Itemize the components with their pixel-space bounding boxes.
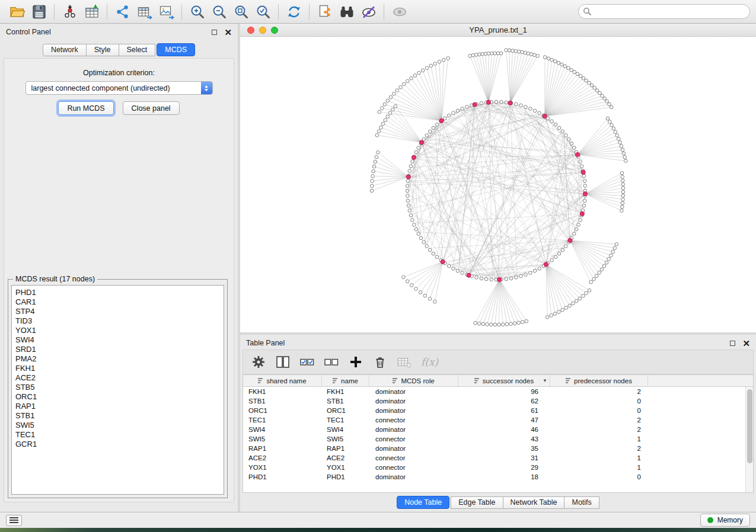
mcds-result-item[interactable]: TID3	[15, 316, 220, 326]
tab-mcds[interactable]: MCDS	[157, 43, 195, 56]
table-cell: 18	[458, 472, 550, 482]
table-scrollbar[interactable]	[745, 387, 753, 492]
table-row[interactable]: RAP1RAP1dominator352	[243, 444, 745, 453]
select-all-button[interactable]	[299, 354, 315, 370]
deselect-all-button[interactable]	[324, 354, 339, 370]
run-mcds-button[interactable]: Run MCDS	[58, 101, 113, 115]
column-header-successor-nodes[interactable]: successor nodes ▼	[458, 375, 550, 386]
hide-graphics-button[interactable]	[358, 2, 379, 22]
table-cell: SWI4	[243, 425, 322, 434]
table-cell: ORC1	[243, 406, 322, 415]
share-document-button[interactable]	[314, 2, 336, 22]
preview-button[interactable]	[388, 2, 410, 22]
open-file-button[interactable]	[6, 2, 28, 22]
table-cell: connector	[369, 463, 458, 472]
tab-node-table[interactable]: Node Table	[397, 496, 449, 509]
column-header-name[interactable]: name	[322, 375, 369, 386]
mcds-result-item[interactable]: SWI5	[15, 421, 220, 430]
table-row[interactable]: YOX1YOX1connector291	[243, 463, 745, 472]
column-sort-menu-icon[interactable]: ▼	[543, 378, 547, 383]
import-table-button[interactable]	[81, 2, 103, 22]
mcds-result-item[interactable]: ORC1	[15, 392, 220, 402]
search-input[interactable]	[578, 4, 750, 19]
export-image-button[interactable]	[155, 2, 177, 22]
zoom-selected-button[interactable]	[252, 2, 274, 22]
scrollbar-thumb[interactable]	[747, 389, 752, 463]
table-row[interactable]: ACE2ACE2connector311	[243, 453, 745, 463]
zoom-in-button[interactable]	[186, 2, 208, 22]
status-menu-button[interactable]	[6, 515, 22, 526]
export-table-button[interactable]	[133, 2, 155, 22]
table-cell: 1	[550, 434, 648, 444]
mcds-result-item[interactable]: FKH1	[15, 364, 220, 373]
control-panel-float-button[interactable]	[212, 30, 217, 35]
table-cell: dominator	[369, 396, 458, 406]
table-panel-close-button[interactable]: ✕	[742, 339, 750, 348]
mcds-result-item[interactable]: STP4	[15, 307, 220, 316]
toolbar-separator	[107, 4, 107, 20]
delete-table-button[interactable]	[397, 354, 412, 370]
tab-style[interactable]: Style	[87, 44, 119, 56]
column-header-mcds-role[interactable]: MCDS role	[369, 375, 458, 386]
table-row[interactable]: PHD1PHD1dominator180	[243, 472, 745, 482]
mcds-result-item[interactable]: CAR1	[15, 297, 220, 307]
table-cell: SWI4	[322, 425, 369, 434]
column-header-shared-name[interactable]: shared name	[243, 375, 322, 386]
mcds-result-item[interactable]: RAP1	[15, 402, 220, 411]
mcds-result-item[interactable]: ACE2	[15, 373, 220, 383]
table-row[interactable]: SWI4SWI4dominator462	[243, 425, 745, 434]
table-row[interactable]: FKH1FKH1dominator962	[243, 387, 745, 396]
mcds-result-item[interactable]: PMA2	[15, 354, 220, 364]
traffic-light-zoom[interactable]	[271, 27, 278, 34]
mcds-result-item[interactable]: STB5	[15, 383, 220, 392]
table-cell: 2	[550, 444, 648, 453]
function-builder-button[interactable]: f(x)	[421, 356, 438, 368]
column-header-predecessor-nodes[interactable]: predecessor nodes	[550, 375, 648, 386]
columns-icon	[275, 354, 291, 370]
zoom-selected-icon	[256, 4, 271, 20]
tab-edge-table[interactable]: Edge Table	[451, 496, 503, 509]
tab-motifs[interactable]: Motifs	[564, 496, 599, 509]
mcds-result-item[interactable]: SWI4	[15, 335, 220, 345]
zoom-out-button[interactable]	[208, 2, 230, 22]
delete-column-button[interactable]	[372, 354, 388, 370]
mcds-result-item[interactable]: GCR1	[15, 440, 220, 449]
optimization-criterion-select[interactable]: largest connected component (undirected)	[25, 81, 213, 95]
zoom-fit-button[interactable]	[230, 2, 252, 22]
control-panel: Control Panel ✕ Network Style Select MCD…	[0, 24, 238, 512]
mcds-result-item[interactable]: PHD1	[15, 288, 220, 297]
export-network-button[interactable]	[111, 2, 133, 22]
traffic-light-minimize[interactable]	[259, 27, 266, 34]
table-row[interactable]: TEC1TEC1connector472	[243, 415, 745, 425]
mcds-result-item[interactable]: STB1	[15, 411, 220, 421]
tab-select[interactable]: Select	[119, 44, 156, 56]
add-column-button[interactable]	[348, 354, 363, 370]
traffic-light-close[interactable]	[247, 27, 254, 34]
table-cell: dominator	[369, 406, 458, 415]
control-panel-close-button[interactable]: ✕	[224, 28, 232, 37]
table-panel-float-button[interactable]	[730, 341, 735, 346]
close-panel-button[interactable]: Close panel	[123, 101, 180, 115]
table-row[interactable]: SWI5SWI5connector431	[243, 434, 745, 444]
mcds-result-list[interactable]: PHD1CAR1STP4TID3YOX1SWI4SRD1PMA2FKH1ACE2…	[11, 285, 224, 495]
table-cell: dominator	[369, 472, 458, 482]
refresh-button[interactable]	[283, 2, 305, 22]
zoom-fit-icon	[234, 4, 249, 20]
find-button[interactable]	[336, 2, 358, 22]
column-visibility-button[interactable]	[275, 354, 291, 370]
import-network-button[interactable]	[59, 2, 81, 22]
table-settings-button[interactable]	[251, 354, 266, 370]
memory-button[interactable]: Memory	[700, 514, 750, 527]
mcds-result-item[interactable]: YOX1	[15, 326, 220, 335]
network-canvas[interactable]	[240, 37, 756, 332]
table-panel-title: Table Panel	[246, 339, 285, 347]
search-box	[578, 4, 750, 19]
table-row[interactable]: STB1STB1dominator620	[243, 396, 745, 406]
table-cell: PHD1	[243, 472, 322, 482]
table-row[interactable]: ORC1ORC1dominator610	[243, 406, 745, 415]
mcds-result-item[interactable]: TEC1	[15, 430, 220, 440]
tab-network[interactable]: Network	[43, 44, 87, 56]
mcds-result-item[interactable]: SRD1	[15, 345, 220, 354]
tab-network-table[interactable]: Network Table	[503, 496, 565, 509]
save-button[interactable]	[28, 2, 50, 22]
